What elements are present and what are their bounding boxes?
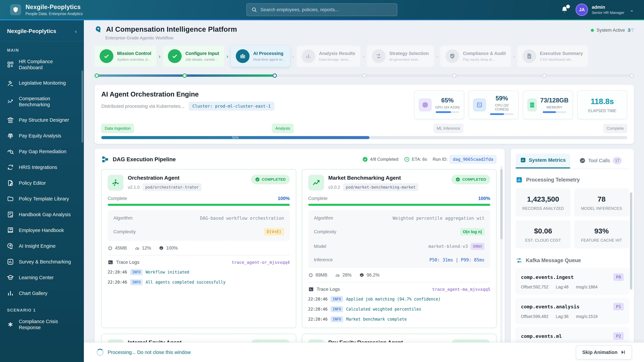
sidebar-item-pay-structure-designer[interactable]: Pay Structure Designer <box>0 112 84 128</box>
step-arrow-icon: › <box>292 53 294 59</box>
accent-divider <box>0 19 644 20</box>
document-pen-icon <box>7 180 14 186</box>
workflow-stepper: Mission ControlSystem overview, d... › C… <box>94 45 634 67</box>
sidebar-item-compliance-crisis-response[interactable]: Compliance Crisis Response <box>0 314 84 335</box>
search-input[interactable] <box>260 7 392 12</box>
partition-badge: P1 <box>613 303 624 310</box>
step-arrow-icon: › <box>159 53 160 59</box>
user-menu[interactable]: JA admin Senior HR Manager ⌄ <box>576 3 634 16</box>
panel-scrollbar[interactable] <box>630 192 632 290</box>
status-badge: COMPLETED <box>251 175 290 184</box>
step-ai-processing[interactable]: AI ProcessingReal-time agent or... <box>231 45 290 67</box>
sidebar-item-compensation-benchmarking[interactable]: Compensation Benchmarking <box>0 91 84 112</box>
user-role: Senior HR Manager <box>592 10 624 15</box>
gpu-chip-icon <box>418 98 432 111</box>
tab-system-metrics[interactable]: System Metrics <box>516 154 570 168</box>
avatar: JA <box>576 3 588 16</box>
gavel-icon <box>7 80 14 86</box>
wrench-icon <box>580 158 586 164</box>
trend-sparkle-icon <box>7 98 14 105</box>
system-status: System Active 3/7 <box>591 28 634 33</box>
asterisk-icon <box>7 321 14 328</box>
dag-title: DAG Execution Pipeline <box>113 156 176 163</box>
step-analysis-results[interactable]: Analysis ResultsData lineage, benc... <box>296 45 360 67</box>
sidebar-item-policy-editor[interactable]: Policy Editor <box>0 175 84 191</box>
status-badge: COMPLETED <box>452 175 490 184</box>
sidebar-item-hris-integrations[interactable]: HRIS Integrations <box>0 159 84 175</box>
gauge-stat: 28% <box>335 273 352 278</box>
hub-icon <box>108 175 124 191</box>
global-search[interactable] <box>246 3 397 16</box>
skip-animation-button[interactable]: Skip Animation <box>576 345 632 360</box>
dag-scrollbar[interactable] <box>500 169 502 239</box>
sidebar-item-ai-insight-engine[interactable]: AI Insight Engine <box>0 238 84 254</box>
engine-subtitle: Distributed processing via Kubernetes... <box>101 104 184 109</box>
sidebar-item-pay-gap-remediation[interactable]: Pay Gap Remediation <box>0 144 84 159</box>
sidebar-item-hr-compliance-dashboard[interactable]: HR Compliance Dashboard <box>0 54 84 75</box>
sidebar-item-legislative-monitoring[interactable]: Legislative Monitoring <box>0 75 84 91</box>
telemetry-stat: $0.06EST. CLOUD COST <box>516 220 570 248</box>
trace-id: trace_agent-or_mjsvxqq4 <box>232 260 290 265</box>
memory-stat: 89MB <box>308 273 328 278</box>
dag-pipeline-card: DAG Execution Pipeline 4/8 Completed ETA… <box>94 149 505 362</box>
brand-name: Nexgile-Peoplytics <box>26 3 83 10</box>
step-counter: 3/7 <box>628 28 634 33</box>
user-name: admin <box>592 5 624 10</box>
sidebar-item-handbook-gap-analysis[interactable]: Handbook Gap Analysis <box>0 207 84 222</box>
step-mission-control[interactable]: Mission ControlSystem overview, d... <box>94 45 156 67</box>
agent-card-orchestration[interactable]: Orchestration Agent v2.1.0pod/orchestrat… <box>101 169 296 328</box>
elapsed-time-tile: 118.8s ELAPSED TIME <box>577 90 627 119</box>
dag-completed: 4/8 Completed <box>362 157 398 162</box>
progress-dot <box>362 73 366 78</box>
gauge-stat: 12% <box>135 246 151 251</box>
telemetry-icon <box>516 176 523 183</box>
progress-dot <box>182 73 187 78</box>
gpu-usage-bar <box>436 111 459 113</box>
status-label: System Active <box>596 28 625 33</box>
chart-icon <box>302 49 315 63</box>
spinner-icon <box>96 349 104 356</box>
cpu-icon <box>473 98 486 111</box>
telemetry-stat: 1,423,500RECORDS ANALYZED <box>516 188 570 217</box>
step-compliance-audit[interactable]: Compliance & AuditPay equity deep di... <box>440 45 511 67</box>
file-icon <box>522 49 536 63</box>
step-executive-summary[interactable]: Executive SummaryCXO dashboard wit... <box>518 45 588 67</box>
sidebar-item-employee-handbook[interactable]: Employee Handbook <box>0 222 84 238</box>
step-configure-input[interactable]: Configure InputJob details, candid... <box>163 45 224 67</box>
tab-tool-calls[interactable]: Tool Calls 17 <box>575 153 626 169</box>
ai-head-icon <box>7 243 14 249</box>
trace-id: trace_agent-ma_mjsvxqq5 <box>432 287 490 292</box>
stage-complete: Complete <box>603 124 627 133</box>
sidebar-item-policy-template-library[interactable]: Policy Template Library <box>0 191 84 207</box>
dag-run-id: Run ID: dag_9665caad2fda <box>433 155 496 164</box>
book-icon <box>7 227 14 234</box>
brand-tagline: People Data. Enterprise Analytics <box>26 11 83 16</box>
ai-platform-icon <box>94 26 102 33</box>
notifications-button[interactable] <box>561 6 568 13</box>
memory-metric-tile: 73/128GB MEMORY <box>523 90 573 119</box>
sidebar-item-learning-center[interactable]: Learning Center <box>0 270 84 285</box>
sidebar-item-survey-benchmarking[interactable]: Survey & Benchmarking <box>0 254 84 270</box>
cluster-badge: Cluster: prod-ml-cluster-east-1 <box>189 102 274 111</box>
memory-stat: 45MB <box>108 246 127 251</box>
chevron-down-icon: ⌄ <box>630 7 634 13</box>
processing-text: Processing... Do not close this window <box>108 350 191 355</box>
sidebar-scrollbar[interactable] <box>82 70 83 143</box>
shield-icon <box>12 6 19 13</box>
main-content: AI Compensation Intelligence Platform En… <box>84 20 644 362</box>
sidebar-item-pay-equity-analysis[interactable]: Pay Equity Analysis <box>0 128 84 144</box>
folder-icon <box>7 195 14 202</box>
sidebar-item-chart-gallery[interactable]: Chart Gallery <box>0 285 84 301</box>
gpu-metric-tile: 65% GPU (4X A100) <box>414 90 464 119</box>
agent-card-market-benchmarking[interactable]: Market Benchmarking Agent v3.0.2pod/mark… <box>302 169 497 328</box>
agent-progress-bar <box>308 204 490 206</box>
step-strategy-selection[interactable]: Strategy SelectionAI-generated strat... <box>367 45 434 67</box>
check-icon <box>100 49 113 63</box>
trace-logs-label: Trace Logs <box>308 286 340 292</box>
stage-data-ingestion: Data Ingestion <box>101 124 134 133</box>
sidebar-brand: Nexgile-Peoplytics <box>7 28 56 34</box>
tool-calls-count: 17 <box>613 157 622 164</box>
step-arrow-icon: › <box>226 53 228 59</box>
page-subtitle: Enterprise-Grade Agentic Workflow <box>105 35 237 40</box>
sidebar-collapse-button[interactable]: ‹ <box>75 28 77 34</box>
